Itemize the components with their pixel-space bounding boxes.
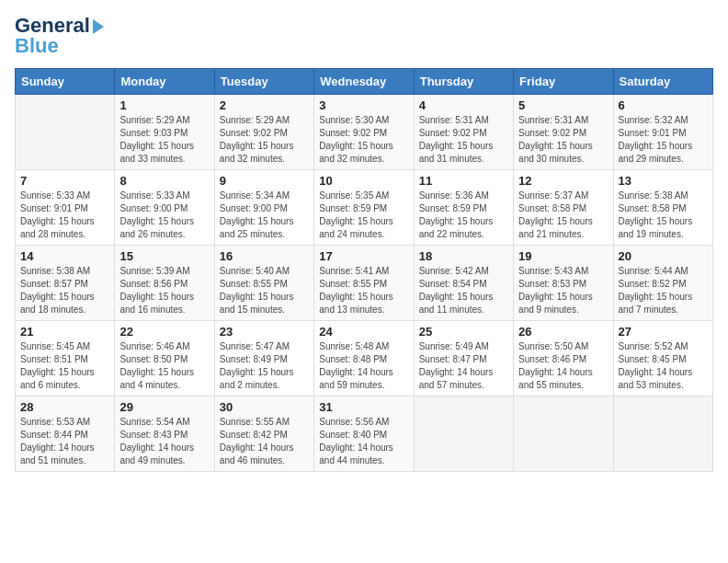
day-info: Sunrise: 5:55 AM Sunset: 8:42 PM Dayligh… bbox=[220, 416, 309, 467]
day-info: Sunrise: 5:45 AM Sunset: 8:51 PM Dayligh… bbox=[20, 340, 109, 392]
day-info: Sunrise: 5:48 AM Sunset: 8:48 PM Dayligh… bbox=[319, 340, 408, 392]
calendar-cell bbox=[514, 396, 613, 472]
week-row-4: 28Sunrise: 5:53 AM Sunset: 8:44 PM Dayli… bbox=[16, 396, 713, 472]
day-number: 16 bbox=[220, 249, 309, 263]
calendar-cell bbox=[613, 396, 712, 472]
day-info: Sunrise: 5:52 AM Sunset: 8:45 PM Dayligh… bbox=[619, 340, 708, 392]
calendar-cell: 1Sunrise: 5:29 AM Sunset: 9:03 PM Daylig… bbox=[115, 95, 214, 170]
day-info: Sunrise: 5:50 AM Sunset: 8:46 PM Dayligh… bbox=[518, 340, 608, 392]
day-number: 8 bbox=[119, 174, 209, 188]
day-info: Sunrise: 5:29 AM Sunset: 9:03 PM Dayligh… bbox=[119, 114, 209, 166]
calendar-cell: 18Sunrise: 5:42 AM Sunset: 8:54 PM Dayli… bbox=[414, 246, 513, 321]
header-cell-saturday: Saturday bbox=[613, 69, 712, 95]
day-number: 14 bbox=[20, 249, 109, 263]
calendar-cell: 17Sunrise: 5:41 AM Sunset: 8:55 PM Dayli… bbox=[314, 246, 414, 321]
day-info: Sunrise: 5:38 AM Sunset: 8:58 PM Dayligh… bbox=[619, 190, 708, 241]
day-info: Sunrise: 5:29 AM Sunset: 9:02 PM Dayligh… bbox=[220, 114, 309, 166]
page-header: General Blue bbox=[15, 15, 713, 57]
day-number: 7 bbox=[20, 174, 109, 188]
calendar-cell: 9Sunrise: 5:34 AM Sunset: 9:00 PM Daylig… bbox=[214, 170, 313, 246]
day-info: Sunrise: 5:30 AM Sunset: 9:02 PM Dayligh… bbox=[319, 114, 408, 166]
calendar-cell: 26Sunrise: 5:50 AM Sunset: 8:46 PM Dayli… bbox=[514, 321, 613, 396]
week-row-0: 1Sunrise: 5:29 AM Sunset: 9:03 PM Daylig… bbox=[16, 95, 713, 170]
day-number: 19 bbox=[518, 249, 608, 263]
calendar-cell: 8Sunrise: 5:33 AM Sunset: 9:00 PM Daylig… bbox=[115, 170, 214, 246]
day-info: Sunrise: 5:37 AM Sunset: 8:58 PM Dayligh… bbox=[518, 190, 608, 241]
day-info: Sunrise: 5:35 AM Sunset: 8:59 PM Dayligh… bbox=[319, 190, 408, 241]
day-info: Sunrise: 5:43 AM Sunset: 8:53 PM Dayligh… bbox=[518, 265, 608, 316]
week-row-1: 7Sunrise: 5:33 AM Sunset: 9:01 PM Daylig… bbox=[16, 170, 713, 246]
day-number: 27 bbox=[619, 325, 708, 339]
calendar-cell: 19Sunrise: 5:43 AM Sunset: 8:53 PM Dayli… bbox=[514, 246, 613, 321]
calendar-cell: 28Sunrise: 5:53 AM Sunset: 8:44 PM Dayli… bbox=[16, 396, 115, 472]
day-info: Sunrise: 5:56 AM Sunset: 8:40 PM Dayligh… bbox=[319, 416, 408, 467]
calendar-cell bbox=[16, 95, 115, 170]
day-number: 22 bbox=[119, 325, 209, 339]
header-row: SundayMondayTuesdayWednesdayThursdayFrid… bbox=[16, 69, 713, 95]
day-info: Sunrise: 5:47 AM Sunset: 8:49 PM Dayligh… bbox=[220, 340, 309, 392]
day-number: 13 bbox=[619, 174, 708, 188]
calendar-cell: 11Sunrise: 5:36 AM Sunset: 8:59 PM Dayli… bbox=[414, 170, 513, 246]
logo-text-blue: Blue bbox=[15, 35, 59, 57]
week-row-2: 14Sunrise: 5:38 AM Sunset: 8:57 PM Dayli… bbox=[16, 246, 713, 321]
day-number: 24 bbox=[319, 325, 408, 339]
calendar-cell: 23Sunrise: 5:47 AM Sunset: 8:49 PM Dayli… bbox=[214, 321, 313, 396]
day-number: 4 bbox=[419, 98, 508, 112]
calendar-cell: 2Sunrise: 5:29 AM Sunset: 9:02 PM Daylig… bbox=[214, 95, 313, 170]
day-number: 6 bbox=[619, 98, 708, 112]
calendar-cell: 29Sunrise: 5:54 AM Sunset: 8:43 PM Dayli… bbox=[115, 396, 214, 472]
day-info: Sunrise: 5:34 AM Sunset: 9:00 PM Dayligh… bbox=[220, 190, 309, 241]
calendar-cell: 13Sunrise: 5:38 AM Sunset: 8:58 PM Dayli… bbox=[613, 170, 712, 246]
day-info: Sunrise: 5:31 AM Sunset: 9:02 PM Dayligh… bbox=[419, 114, 508, 166]
calendar-cell: 20Sunrise: 5:44 AM Sunset: 8:52 PM Dayli… bbox=[613, 246, 712, 321]
day-info: Sunrise: 5:46 AM Sunset: 8:50 PM Dayligh… bbox=[119, 340, 209, 392]
day-info: Sunrise: 5:42 AM Sunset: 8:54 PM Dayligh… bbox=[419, 265, 508, 316]
day-number: 2 bbox=[220, 98, 309, 112]
day-info: Sunrise: 5:39 AM Sunset: 8:56 PM Dayligh… bbox=[119, 265, 209, 316]
day-info: Sunrise: 5:41 AM Sunset: 8:55 PM Dayligh… bbox=[319, 265, 408, 316]
calendar-cell: 22Sunrise: 5:46 AM Sunset: 8:50 PM Dayli… bbox=[115, 321, 214, 396]
day-number: 21 bbox=[20, 325, 109, 339]
day-info: Sunrise: 5:31 AM Sunset: 9:02 PM Dayligh… bbox=[518, 114, 608, 166]
calendar-cell bbox=[414, 396, 513, 472]
day-number: 30 bbox=[220, 400, 309, 414]
day-number: 29 bbox=[119, 400, 209, 414]
day-number: 28 bbox=[20, 400, 109, 414]
day-number: 26 bbox=[518, 325, 608, 339]
day-info: Sunrise: 5:53 AM Sunset: 8:44 PM Dayligh… bbox=[20, 416, 109, 467]
day-info: Sunrise: 5:40 AM Sunset: 8:55 PM Dayligh… bbox=[220, 265, 309, 316]
calendar-cell: 6Sunrise: 5:32 AM Sunset: 9:01 PM Daylig… bbox=[613, 95, 712, 170]
calendar-cell: 25Sunrise: 5:49 AM Sunset: 8:47 PM Dayli… bbox=[414, 321, 513, 396]
day-info: Sunrise: 5:38 AM Sunset: 8:57 PM Dayligh… bbox=[20, 265, 109, 316]
day-info: Sunrise: 5:33 AM Sunset: 9:01 PM Dayligh… bbox=[20, 190, 109, 241]
calendar-cell: 21Sunrise: 5:45 AM Sunset: 8:51 PM Dayli… bbox=[16, 321, 115, 396]
week-row-3: 21Sunrise: 5:45 AM Sunset: 8:51 PM Dayli… bbox=[16, 321, 713, 396]
day-number: 31 bbox=[319, 400, 408, 414]
day-number: 11 bbox=[419, 174, 508, 188]
header-cell-thursday: Thursday bbox=[414, 69, 513, 95]
calendar-cell: 30Sunrise: 5:55 AM Sunset: 8:42 PM Dayli… bbox=[214, 396, 313, 472]
calendar-table: SundayMondayTuesdayWednesdayThursdayFrid… bbox=[15, 68, 713, 472]
day-number: 20 bbox=[619, 249, 708, 263]
day-number: 10 bbox=[319, 174, 408, 188]
calendar-header: SundayMondayTuesdayWednesdayThursdayFrid… bbox=[16, 69, 713, 95]
day-number: 1 bbox=[119, 98, 209, 112]
day-number: 3 bbox=[319, 98, 408, 112]
day-info: Sunrise: 5:44 AM Sunset: 8:52 PM Dayligh… bbox=[619, 265, 708, 316]
calendar-cell: 3Sunrise: 5:30 AM Sunset: 9:02 PM Daylig… bbox=[314, 95, 414, 170]
day-number: 25 bbox=[419, 325, 508, 339]
calendar-body: 1Sunrise: 5:29 AM Sunset: 9:03 PM Daylig… bbox=[16, 95, 713, 472]
day-number: 15 bbox=[119, 249, 209, 263]
calendar-cell: 7Sunrise: 5:33 AM Sunset: 9:01 PM Daylig… bbox=[16, 170, 115, 246]
day-number: 17 bbox=[319, 249, 408, 263]
calendar-cell: 24Sunrise: 5:48 AM Sunset: 8:48 PM Dayli… bbox=[314, 321, 414, 396]
day-number: 5 bbox=[518, 98, 608, 112]
calendar-cell: 4Sunrise: 5:31 AM Sunset: 9:02 PM Daylig… bbox=[414, 95, 513, 170]
calendar-cell: 14Sunrise: 5:38 AM Sunset: 8:57 PM Dayli… bbox=[16, 246, 115, 321]
calendar-cell: 27Sunrise: 5:52 AM Sunset: 8:45 PM Dayli… bbox=[613, 321, 712, 396]
calendar-cell: 15Sunrise: 5:39 AM Sunset: 8:56 PM Dayli… bbox=[115, 246, 214, 321]
day-info: Sunrise: 5:36 AM Sunset: 8:59 PM Dayligh… bbox=[419, 190, 508, 241]
day-number: 18 bbox=[419, 249, 508, 263]
day-number: 23 bbox=[220, 325, 309, 339]
calendar-cell: 5Sunrise: 5:31 AM Sunset: 9:02 PM Daylig… bbox=[514, 95, 613, 170]
